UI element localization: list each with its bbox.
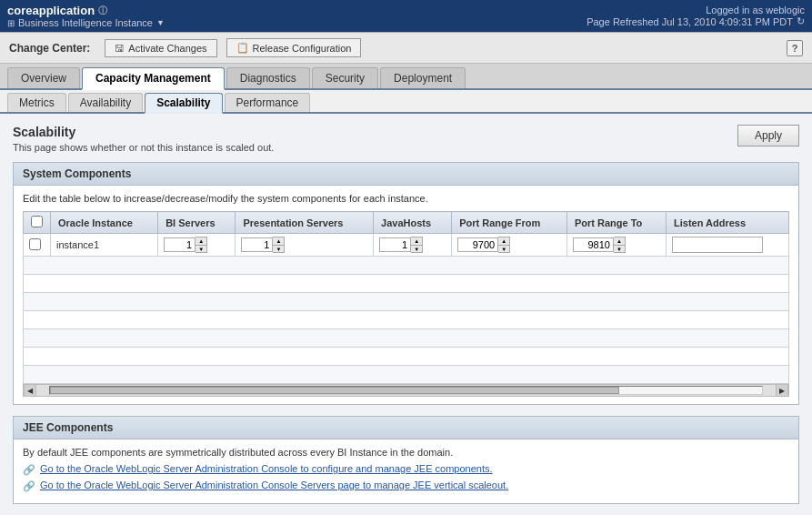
col-bi-servers: BI Servers bbox=[158, 212, 236, 234]
tab-scalability[interactable]: Scalability bbox=[145, 93, 222, 114]
help-button[interactable]: ? bbox=[787, 40, 803, 56]
activate-changes-icon: 🖫 bbox=[115, 43, 125, 54]
presentation-servers-input[interactable] bbox=[241, 237, 273, 252]
tab-scalability-label: Scalability bbox=[156, 96, 210, 109]
jee-link-2[interactable]: Go to the Oracle WebLogic Server Adminis… bbox=[40, 480, 508, 490]
tab-diagnostics[interactable]: Diagnostics bbox=[226, 67, 310, 88]
session-info: Logged in as weblogic Page Refreshed Jul… bbox=[586, 5, 805, 27]
row-checkbox-cell bbox=[24, 234, 51, 257]
jee-link-1[interactable]: Go to the Oracle WebLogic Server Adminis… bbox=[40, 463, 493, 474]
table-scroll-container[interactable]: Oracle Instance BI Servers Presentation … bbox=[23, 211, 789, 384]
col-checkbox bbox=[24, 212, 51, 234]
port-range-from-input[interactable] bbox=[457, 237, 498, 252]
tab-deployment-label: Deployment bbox=[394, 72, 452, 85]
release-config-icon: 📋 bbox=[236, 42, 249, 54]
tab-performance[interactable]: Performance bbox=[225, 93, 311, 112]
refresh-icon[interactable]: ↻ bbox=[797, 15, 805, 27]
top-bar: coreapplication ⓘ ⊞ Business Intelligenc… bbox=[0, 0, 812, 32]
port-range-to-input[interactable] bbox=[573, 237, 614, 252]
jee-link-row-2: 🔗 Go to the Oracle WebLogic Server Admin… bbox=[23, 480, 789, 492]
port-range-to-cell: ▲ ▼ bbox=[566, 234, 666, 257]
tab-metrics[interactable]: Metrics bbox=[7, 93, 66, 112]
col-listen-address: Listen Address bbox=[667, 212, 789, 234]
port-range-from-up[interactable]: ▲ bbox=[498, 237, 509, 245]
port-range-from-spinner: ▲ ▼ bbox=[457, 237, 561, 253]
javahosts-input[interactable] bbox=[379, 237, 411, 252]
system-components-table: Oracle Instance BI Servers Presentation … bbox=[23, 211, 789, 384]
empty-row-5 bbox=[24, 329, 789, 348]
page-title-block: Scalability This page shows whether or n… bbox=[13, 125, 274, 153]
table-row: instance1 ▲ ▼ bbox=[24, 234, 789, 257]
jee-description: By default JEE components are symmetrica… bbox=[23, 447, 789, 458]
listen-address-cell bbox=[667, 234, 789, 257]
release-configuration-button[interactable]: 📋 Release Configuration bbox=[226, 38, 362, 57]
tab-deployment[interactable]: Deployment bbox=[380, 67, 466, 88]
tab-overview[interactable]: Overview bbox=[7, 67, 80, 88]
col-presentation-servers: Presentation Servers bbox=[236, 212, 374, 234]
system-components-body: Edit the table below to increase/decreas… bbox=[14, 186, 798, 404]
port-range-to-up[interactable]: ▲ bbox=[614, 237, 625, 245]
port-range-to-down[interactable]: ▼ bbox=[614, 245, 625, 252]
javahosts-up[interactable]: ▲ bbox=[411, 237, 422, 245]
horizontal-scrollbar[interactable]: ◀ ▶ bbox=[23, 384, 789, 397]
app-info-icon[interactable]: ⓘ bbox=[98, 5, 107, 17]
apply-label: Apply bbox=[755, 129, 782, 142]
scroll-thumb[interactable] bbox=[50, 387, 619, 394]
col-port-range-to: Port Range To bbox=[566, 212, 666, 234]
javahosts-cell: ▲ ▼ bbox=[374, 234, 452, 257]
oracle-instance-cell: instance1 bbox=[51, 234, 158, 257]
javahosts-spinner: ▲ ▼ bbox=[379, 237, 446, 253]
tab-capacity-management[interactable]: Capacity Management bbox=[82, 67, 225, 90]
system-components-section: System Components Edit the table below t… bbox=[13, 162, 799, 405]
release-configuration-label: Release Configuration bbox=[253, 43, 352, 54]
bi-servers-up[interactable]: ▲ bbox=[195, 237, 206, 245]
page-title: Scalability bbox=[13, 125, 274, 139]
external-link-icon-2: 🔗 bbox=[23, 480, 35, 492]
apply-button[interactable]: Apply bbox=[737, 125, 799, 146]
instance-label: Business Intelligence Instance bbox=[18, 17, 153, 28]
jee-components-header: JEE Components bbox=[14, 417, 798, 439]
presentation-servers-down[interactable]: ▼ bbox=[273, 245, 284, 252]
port-range-from-cell: ▲ ▼ bbox=[452, 234, 567, 257]
change-center-bar: Change Center: 🖫 Activate Changes 📋 Rele… bbox=[0, 32, 812, 64]
bi-servers-spinner-btns: ▲ ▼ bbox=[195, 237, 207, 253]
empty-row-2 bbox=[24, 275, 789, 293]
select-all-checkbox[interactable] bbox=[31, 216, 43, 227]
change-center-left: Change Center: 🖫 Activate Changes 📋 Rele… bbox=[9, 38, 361, 57]
tab-availability-label: Availability bbox=[80, 96, 131, 109]
activate-changes-label: Activate Changes bbox=[128, 43, 206, 54]
tab-metrics-label: Metrics bbox=[19, 96, 55, 109]
col-javahosts: JavaHosts bbox=[374, 212, 452, 234]
tab-security[interactable]: Security bbox=[312, 67, 378, 88]
presentation-servers-up[interactable]: ▲ bbox=[273, 237, 284, 245]
port-range-from-spinner-btns: ▲ ▼ bbox=[498, 237, 510, 253]
scroll-right-arrow[interactable]: ▶ bbox=[776, 384, 788, 397]
bi-servers-input[interactable] bbox=[164, 237, 195, 252]
jee-components-title: JEE Components bbox=[23, 421, 113, 434]
scroll-left-arrow[interactable]: ◀ bbox=[24, 384, 36, 397]
javahosts-down[interactable]: ▼ bbox=[411, 245, 422, 252]
scroll-track[interactable] bbox=[49, 386, 763, 395]
bi-servers-down[interactable]: ▼ bbox=[195, 245, 206, 252]
jee-components-section: JEE Components By default JEE components… bbox=[13, 416, 799, 504]
instance-selector[interactable]: ⊞ Business Intelligence Instance ▼ bbox=[7, 17, 165, 28]
instance-dropdown-arrow[interactable]: ▼ bbox=[156, 18, 165, 27]
row-checkbox[interactable] bbox=[29, 238, 41, 250]
bi-servers-spinner: ▲ ▼ bbox=[164, 237, 229, 253]
presentation-servers-spinner-btns: ▲ ▼ bbox=[273, 237, 285, 253]
activate-changes-button[interactable]: 🖫 Activate Changes bbox=[105, 39, 216, 57]
tab-availability[interactable]: Availability bbox=[68, 93, 143, 112]
col-oracle-instance: Oracle Instance bbox=[51, 212, 158, 234]
system-components-description: Edit the table below to increase/decreas… bbox=[23, 193, 789, 204]
jee-link-row-1: 🔗 Go to the Oracle WebLogic Server Admin… bbox=[23, 463, 789, 476]
tab-overview-label: Overview bbox=[21, 72, 66, 85]
help-icon: ? bbox=[792, 43, 798, 54]
external-link-icon-1: 🔗 bbox=[23, 464, 35, 476]
primary-tab-bar: Overview Capacity Management Diagnostics… bbox=[0, 64, 812, 90]
listen-address-input[interactable] bbox=[672, 237, 763, 253]
page-refreshed-row: Page Refreshed Jul 13, 2010 4:09:31 PM P… bbox=[586, 15, 805, 27]
port-range-from-down[interactable]: ▼ bbox=[498, 245, 509, 252]
tab-diagnostics-label: Diagnostics bbox=[240, 72, 296, 85]
empty-row-4 bbox=[24, 311, 789, 329]
system-components-title: System Components bbox=[23, 167, 131, 180]
